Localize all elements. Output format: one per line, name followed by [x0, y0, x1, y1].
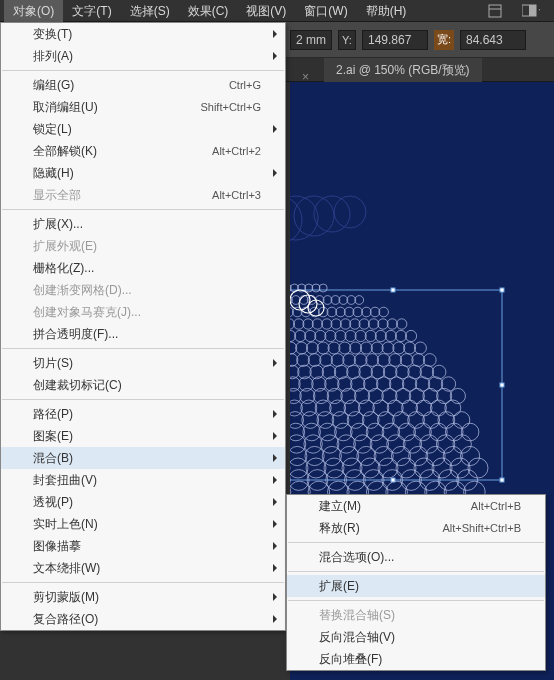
svg-point-63: [387, 319, 397, 329]
layout-dropdown-icon[interactable]: [522, 3, 540, 19]
svg-point-176: [290, 423, 305, 441]
menubar: 对象(O) 文字(T) 选择(S) 效果(C) 视图(V) 窗口(W) 帮助(H…: [0, 0, 554, 22]
svg-point-83: [317, 342, 329, 354]
svg-point-84: [328, 342, 340, 354]
svg-point-36: [347, 296, 356, 305]
svg-point-30: [299, 296, 308, 305]
svg-point-100: [354, 354, 367, 367]
svg-point-95: [297, 354, 310, 367]
menu-item[interactable]: 隐藏(H): [1, 162, 285, 184]
menu-item[interactable]: 变换(T): [1, 23, 285, 45]
svg-rect-19: [500, 383, 504, 387]
tab-prev[interactable]: ×: [290, 58, 324, 82]
svg-point-99: [343, 354, 356, 367]
menu-item[interactable]: 拼合透明度(F)...: [1, 323, 285, 345]
svg-point-166: [332, 412, 349, 429]
svg-point-92: [414, 342, 426, 354]
menu-item[interactable]: 文本绕排(W): [1, 557, 285, 579]
svg-point-144: [396, 388, 411, 403]
menu-item[interactable]: 释放(R)Alt+Shift+Ctrl+B: [287, 517, 545, 539]
menu-item[interactable]: 复合路径(O): [1, 608, 285, 630]
doc-icon[interactable]: [486, 3, 504, 19]
close-icon[interactable]: ×: [302, 65, 312, 75]
svg-point-153: [330, 400, 346, 416]
menu-window[interactable]: 窗口(W): [295, 0, 356, 22]
menu-item[interactable]: 切片(S): [1, 352, 285, 374]
menu-item[interactable]: 锁定(L): [1, 118, 285, 140]
menu-select[interactable]: 选择(S): [121, 0, 179, 22]
menu-help[interactable]: 帮助(H): [357, 0, 416, 22]
svg-marker-4: [539, 9, 540, 13]
menu-item[interactable]: 栅格化(Z)...: [1, 257, 285, 279]
svg-point-87: [360, 342, 372, 354]
menu-item[interactable]: 路径(P): [1, 403, 285, 425]
svg-rect-11: [290, 290, 502, 480]
x-field[interactable]: 2 mm: [290, 30, 332, 50]
svg-point-146: [423, 388, 438, 403]
menu-item[interactable]: 透视(P): [1, 491, 285, 513]
svg-point-147: [437, 388, 452, 403]
menu-item[interactable]: 混合选项(O)...: [287, 546, 545, 568]
svg-point-81: [296, 342, 308, 354]
chevron-right-icon: [273, 359, 277, 367]
svg-point-221: [432, 458, 452, 478]
svg-point-165: [317, 412, 334, 429]
menu-item: 创建对象马赛克(J)...: [1, 301, 285, 323]
menu-item[interactable]: 剪切蒙版(M): [1, 586, 285, 608]
chevron-right-icon: [273, 520, 277, 528]
menu-view[interactable]: 视图(V): [237, 0, 295, 22]
svg-rect-16: [391, 288, 395, 292]
chevron-right-icon: [273, 593, 277, 601]
y-field[interactable]: 149.867: [362, 30, 428, 50]
svg-point-49: [370, 307, 380, 317]
y-label: Y:: [338, 30, 356, 50]
svg-point-60: [359, 319, 369, 329]
svg-point-201: [290, 446, 307, 465]
svg-point-205: [357, 446, 376, 465]
chevron-right-icon: [273, 564, 277, 572]
svg-point-70: [325, 330, 336, 341]
svg-point-75: [375, 330, 386, 341]
menu-item[interactable]: 反向堆叠(F): [287, 648, 545, 670]
svg-point-222: [450, 458, 470, 478]
menu-object[interactable]: 对象(O): [4, 0, 63, 22]
svg-point-26: [319, 284, 327, 292]
menu-item[interactable]: 扩展(X)...: [1, 213, 285, 235]
menu-item[interactable]: 实时上色(N): [1, 513, 285, 535]
svg-point-35: [339, 296, 348, 305]
width-field[interactable]: 84.643: [460, 30, 526, 50]
tab-document[interactable]: 2.ai @ 150% (RGB/预览): [324, 58, 482, 82]
svg-point-46: [344, 307, 354, 317]
menu-item[interactable]: 图案(E): [1, 425, 285, 447]
menu-item[interactable]: 全部解锁(K)Alt+Ctrl+2: [1, 140, 285, 162]
svg-point-86: [350, 342, 362, 354]
menu-item[interactable]: 取消编组(U)Shift+Ctrl+G: [1, 96, 285, 118]
svg-point-53: [294, 319, 304, 329]
svg-point-96: [308, 354, 321, 367]
svg-point-208: [409, 446, 428, 465]
menu-item[interactable]: 建立(M)Alt+Ctrl+B: [287, 495, 545, 517]
chevron-right-icon: [273, 169, 277, 177]
svg-point-61: [368, 319, 378, 329]
svg-point-67: [295, 330, 306, 341]
svg-point-62: [378, 319, 388, 329]
menu-item[interactable]: 排列(A): [1, 45, 285, 67]
svg-point-58: [340, 319, 350, 329]
menu-item[interactable]: 扩展(E): [287, 575, 545, 597]
menu-effect[interactable]: 效果(C): [179, 0, 238, 22]
menu-item[interactable]: 封套扭曲(V): [1, 469, 285, 491]
svg-point-151: [301, 400, 317, 416]
menu-item[interactable]: 反向混合轴(V): [287, 626, 545, 648]
svg-point-98: [331, 354, 344, 367]
svg-point-85: [339, 342, 351, 354]
menu-item[interactable]: 图像描摹: [1, 535, 285, 557]
svg-point-207: [391, 446, 410, 465]
svg-point-68: [305, 330, 316, 341]
menu-type[interactable]: 文字(T): [63, 0, 120, 22]
svg-point-187: [461, 423, 479, 441]
menu-item[interactable]: 混合(B): [1, 447, 285, 469]
svg-point-25: [312, 284, 320, 292]
menu-item[interactable]: 创建裁切标记(C): [1, 374, 285, 396]
width-label: 宽:: [434, 30, 454, 50]
menu-item[interactable]: 编组(G)Ctrl+G: [1, 74, 285, 96]
